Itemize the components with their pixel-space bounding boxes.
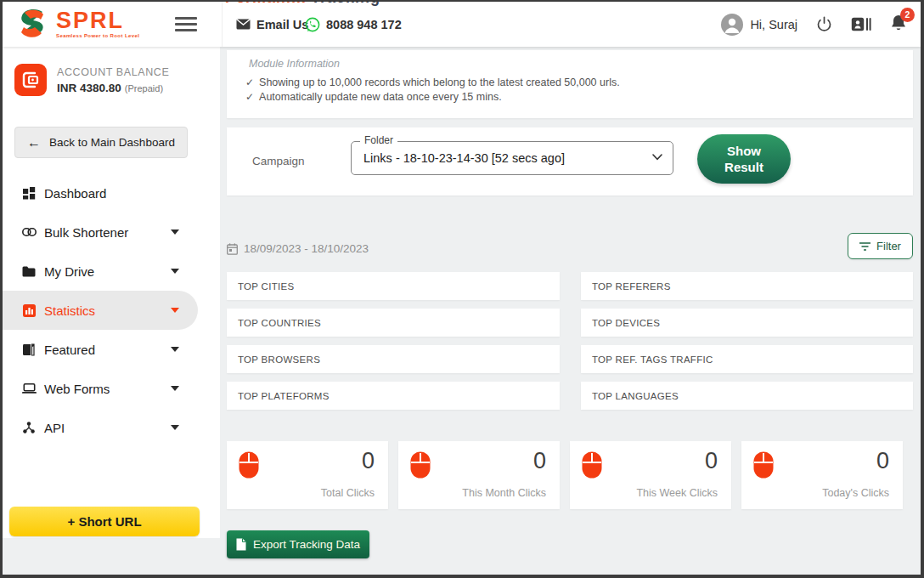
sidebar-item-label: My Drive xyxy=(44,264,94,279)
sidebar-item-label: Bulk Shortener xyxy=(44,225,128,240)
contact-card-icon[interactable] xyxy=(851,17,871,31)
chevron-down-icon xyxy=(171,347,179,352)
power-icon[interactable] xyxy=(816,16,832,32)
folder-icon xyxy=(21,266,37,277)
export-button-label: Export Tracking Data xyxy=(253,538,360,551)
stat-card-total-clicks: 0 Total Clicks xyxy=(227,441,388,509)
sidebar-item-label: Statistics xyxy=(44,303,95,318)
sidebar-item-label: Dashboard xyxy=(44,186,106,201)
top-header: SPRL Seamless Power to Root Level Email … xyxy=(3,2,921,47)
whatsapp-number: 8088 948 172 xyxy=(326,18,402,31)
panel-top-referers: TOP REFERERS xyxy=(581,272,913,300)
show-result-button[interactable]: Show Result xyxy=(697,134,791,184)
greeting-text: Hi, Suraj xyxy=(750,18,797,31)
window-frame: SPRL Seamless Power to Root Level Email … xyxy=(0,0,924,578)
whatsapp-contact[interactable]: 8088 948 172 xyxy=(305,2,402,47)
sidebar-item-label: Featured xyxy=(44,343,95,357)
person-icon xyxy=(721,14,743,36)
check-icon: ✓ xyxy=(245,91,254,103)
laptop-icon xyxy=(21,383,37,394)
check-icon: ✓ xyxy=(245,76,254,88)
brand-logo[interactable]: SPRL Seamless Power to Root Level xyxy=(14,6,139,42)
campaign-label: Campaign xyxy=(252,155,305,167)
stat-card-today-clicks: 0 Today's Clicks xyxy=(741,441,903,509)
short-url-button[interactable]: + Short URL xyxy=(9,507,200,536)
account-balance-block: ACCOUNT BALANCE INR 4380.80(Prepaid) xyxy=(14,64,169,96)
module-info-line: ✓ Automatically update new data once eve… xyxy=(245,91,502,103)
sidebar-item-api[interactable]: API xyxy=(3,408,198,447)
sidebar: ACCOUNT BALANCE INR 4380.80(Prepaid) ← B… xyxy=(3,47,220,538)
clipped-page-heading: Permalink Tracking xyxy=(225,2,582,6)
grid-icon xyxy=(21,187,37,200)
brand-tagline: Seamless Power to Root Level xyxy=(56,33,139,38)
chevron-down-icon xyxy=(171,230,179,235)
header-right-cluster: Hi, Suraj 2 xyxy=(721,2,907,47)
sidebar-item-my-drive[interactable]: My Drive xyxy=(3,252,198,291)
stat-label: This Week Clicks xyxy=(636,487,718,499)
chevron-down-icon xyxy=(171,308,179,313)
panel-top-ref-tags-traffic: TOP REF. TAGS TRAFFIC xyxy=(581,345,913,373)
date-range-text: 18/09/2023 - 18/10/2023 xyxy=(244,242,369,255)
panel-top-browsers: TOP BROWSERS xyxy=(227,345,560,373)
header-divider xyxy=(222,2,223,47)
mouse-icon xyxy=(410,451,431,479)
user-menu[interactable]: Hi, Suraj xyxy=(721,14,797,36)
brand-name: SPRL xyxy=(56,9,139,32)
campaign-card: Campaign Folder Links - 18-10-23-14-30 [… xyxy=(227,128,913,196)
account-balance-value: INR 4380.80(Prepaid) xyxy=(57,82,169,94)
app-viewport: SPRL Seamless Power to Root Level Email … xyxy=(3,2,921,575)
stat-label: This Month Clicks xyxy=(462,487,546,499)
calendar-icon xyxy=(227,243,238,255)
book-icon xyxy=(21,343,37,356)
filter-button-label: Filter xyxy=(876,240,901,252)
stat-card-week-clicks: 0 This Week Clicks xyxy=(570,441,731,509)
notifications-button[interactable]: 2 xyxy=(890,14,907,36)
link-icon xyxy=(21,228,37,236)
avatar xyxy=(721,14,743,36)
share-nodes-icon xyxy=(21,422,37,434)
filter-button[interactable]: Filter xyxy=(848,233,913,259)
panel-top-countries: TOP COUNTRIES xyxy=(227,309,560,337)
sprl-s-icon xyxy=(14,6,50,42)
mouse-icon xyxy=(239,451,259,479)
brand-logo-icon xyxy=(14,6,50,42)
short-url-label: + Short URL xyxy=(67,514,141,529)
sidebar-item-dashboard[interactable]: Dashboard xyxy=(3,173,198,212)
file-icon xyxy=(236,538,246,551)
sidebar-item-web-forms[interactable]: Web Forms xyxy=(3,369,198,408)
select-chevron-icon xyxy=(652,154,662,161)
filter-icon xyxy=(859,242,870,251)
account-plan: (Prepaid) xyxy=(125,83,163,94)
mouse-icon xyxy=(753,451,774,479)
mouse-icon xyxy=(582,451,602,479)
stat-value: 0 xyxy=(362,448,375,474)
stat-card-month-clicks: 0 This Month Clicks xyxy=(398,441,560,509)
module-info-line: ✓ Showing up to 10,000 records which bel… xyxy=(245,76,620,88)
stat-value: 0 xyxy=(533,448,546,474)
sidebar-item-bulk-shortener[interactable]: Bulk Shortener xyxy=(3,212,198,252)
export-tracking-data-button[interactable]: Export Tracking Data xyxy=(227,530,369,558)
account-balance-label: ACCOUNT BALANCE xyxy=(57,66,169,78)
notification-badge: 2 xyxy=(900,8,915,22)
menu-toggle-icon[interactable] xyxy=(175,17,197,31)
panel-top-devices: TOP DEVICES xyxy=(581,309,913,337)
sidebar-item-statistics[interactable]: Statistics xyxy=(3,291,198,330)
email-us-link[interactable]: Email Us xyxy=(236,2,308,47)
panel-top-cities: TOP CITIES xyxy=(227,272,560,300)
stat-value: 0 xyxy=(876,448,889,474)
sidebar-menu: Dashboard Bulk Shortener M xyxy=(3,173,220,447)
chevron-down-icon xyxy=(171,386,179,391)
whatsapp-icon xyxy=(305,17,320,32)
module-info-title: Module Information xyxy=(249,58,340,70)
sidebar-item-featured[interactable]: Featured xyxy=(3,330,198,369)
panel-top-languages: TOP LANGUAGES xyxy=(581,382,913,410)
folder-select[interactable]: Folder Links - 18-10-23-14-30 [52 secs a… xyxy=(351,141,673,175)
bar-chart-icon xyxy=(21,304,37,317)
stat-label: Today's Clicks xyxy=(822,487,889,499)
module-info-card: Module Information ✓ Showing up to 10,00… xyxy=(227,50,913,118)
email-us-label: Email Us xyxy=(256,18,308,31)
back-to-main-dashboard-button[interactable]: ← Back to Main Dashboard xyxy=(14,127,188,158)
back-arrow-icon: ← xyxy=(27,135,41,150)
date-range[interactable]: 18/09/2023 - 18/10/2023 xyxy=(227,242,369,255)
chevron-down-icon xyxy=(171,269,179,274)
